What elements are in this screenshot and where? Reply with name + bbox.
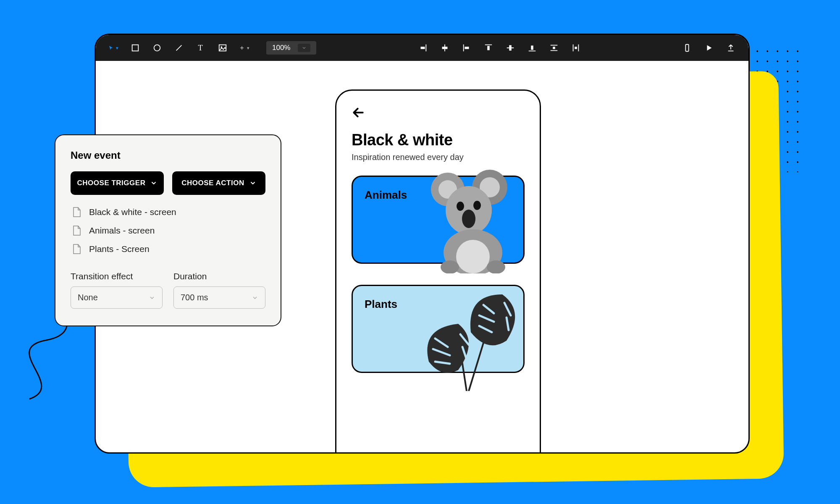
- play-icon[interactable]: [704, 43, 714, 53]
- button-label: CHOOSE ACTION: [181, 179, 244, 187]
- align-vcenter-icon[interactable]: [505, 43, 515, 53]
- svg-rect-11: [442, 47, 447, 49]
- chevron-down-icon: ▾: [247, 45, 249, 51]
- upload-icon[interactable]: [726, 43, 736, 53]
- svg-point-38: [441, 260, 459, 273]
- svg-rect-19: [531, 46, 533, 50]
- document-icon: [72, 225, 81, 236]
- chevron-down-icon: [249, 180, 256, 186]
- button-label: CHOOSE TRIGGER: [77, 179, 146, 187]
- svg-rect-9: [420, 47, 425, 49]
- line-tool[interactable]: [174, 43, 184, 53]
- duration-label: Duration: [173, 271, 265, 281]
- transition-label: Transition effect: [71, 271, 163, 281]
- chevron-down-icon: ▾: [116, 45, 118, 51]
- rectangle-tool[interactable]: [130, 43, 140, 53]
- svg-rect-22: [553, 47, 555, 49]
- top-toolbar: ▾ T ▾ 100%: [96, 35, 748, 61]
- chevron-down-icon: [149, 294, 155, 301]
- screen-list: Black & white - screen Animals - screen …: [71, 207, 265, 255]
- new-event-panel: New event CHOOSE TRIGGER CHOOSE ACTION B…: [55, 134, 281, 326]
- screen-name: Plants - Screen: [89, 244, 150, 254]
- monstera-image: [404, 278, 530, 391]
- document-icon: [72, 207, 81, 218]
- svg-point-33: [457, 202, 464, 211]
- chevron-down-icon: [252, 294, 258, 301]
- phone-preview: Black & white Inspiration renewed every …: [335, 89, 541, 454]
- card-plants[interactable]: Plants: [352, 285, 525, 373]
- svg-point-37: [456, 240, 490, 273]
- koala-image: [418, 164, 523, 273]
- distribute-vertical-icon[interactable]: [549, 43, 559, 53]
- svg-rect-26: [685, 45, 688, 52]
- svg-rect-15: [487, 46, 490, 50]
- align-bottom-icon[interactable]: [527, 43, 537, 53]
- svg-rect-25: [575, 47, 577, 49]
- svg-point-35: [462, 210, 475, 228]
- card-animals[interactable]: Animals: [352, 176, 525, 264]
- screen-title: Black & white: [352, 131, 525, 149]
- transition-select[interactable]: None: [71, 286, 163, 309]
- screen-name: Black & white - screen: [89, 207, 176, 217]
- svg-text:T: T: [198, 44, 203, 52]
- zoom-value: 100%: [272, 44, 290, 52]
- cursor-tool[interactable]: ▾: [108, 43, 118, 53]
- choose-trigger-button[interactable]: CHOOSE TRIGGER: [71, 171, 164, 195]
- document-icon: [72, 244, 81, 255]
- align-right-icon[interactable]: [418, 43, 428, 53]
- svg-rect-13: [465, 47, 469, 49]
- svg-rect-17: [509, 45, 512, 51]
- svg-rect-0: [132, 45, 139, 51]
- circle-tool[interactable]: [152, 43, 162, 53]
- svg-line-2: [176, 45, 182, 51]
- back-button[interactable]: [352, 106, 365, 119]
- svg-point-34: [473, 201, 481, 210]
- align-hcenter-icon[interactable]: [440, 43, 450, 53]
- image-tool[interactable]: [218, 43, 228, 53]
- align-left-icon[interactable]: [462, 43, 472, 53]
- screen-subtitle: Inspiration renewed every day: [352, 152, 525, 162]
- zoom-dropdown[interactable]: [298, 44, 310, 52]
- select-value: 700 ms: [181, 293, 208, 302]
- screen-item[interactable]: Plants - Screen: [72, 244, 265, 255]
- text-tool[interactable]: T: [196, 43, 206, 53]
- screen-item[interactable]: Black & white - screen: [72, 207, 265, 218]
- add-tool[interactable]: ▾: [239, 43, 249, 53]
- duration-select[interactable]: 700 ms: [173, 286, 265, 309]
- svg-point-39: [487, 260, 505, 273]
- select-value: None: [78, 293, 98, 302]
- screen-name: Animals - screen: [89, 226, 155, 236]
- choose-action-button[interactable]: CHOOSE ACTION: [172, 171, 265, 195]
- screen-item[interactable]: Animals - screen: [72, 225, 265, 236]
- svg-point-1: [154, 45, 160, 51]
- zoom-control[interactable]: 100%: [266, 41, 316, 55]
- chevron-down-icon: [150, 180, 157, 186]
- distribute-horizontal-icon[interactable]: [571, 43, 581, 53]
- device-preview-icon[interactable]: [682, 43, 692, 53]
- panel-title: New event: [71, 150, 265, 161]
- align-top-icon[interactable]: [483, 43, 494, 53]
